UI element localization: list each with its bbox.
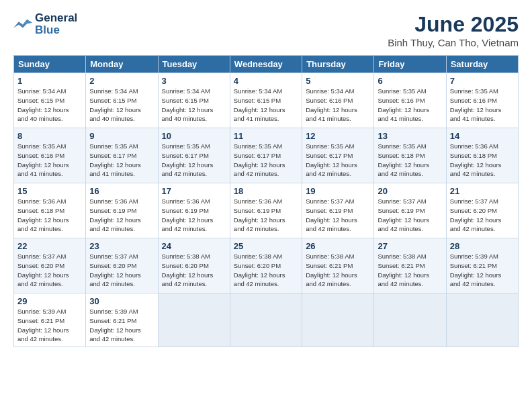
day-number: 10 <box>162 131 226 141</box>
calendar-title: June 2025 <box>388 12 519 37</box>
day-number: 28 <box>450 241 515 251</box>
calendar-cell: 3Sunrise: 5:34 AM Sunset: 6:15 PM Daylig… <box>158 73 230 128</box>
calendar-cell: 20Sunrise: 5:37 AM Sunset: 6:19 PM Dayli… <box>374 183 446 238</box>
calendar-cell <box>230 293 302 347</box>
calendar-cell <box>158 293 230 347</box>
calendar-subtitle: Binh Thuy, Can Tho, Vietnam <box>388 37 519 48</box>
calendar-cell: 4Sunrise: 5:34 AM Sunset: 6:15 PM Daylig… <box>230 73 302 128</box>
day-info: Sunrise: 5:34 AM Sunset: 6:15 PM Dayligh… <box>234 87 298 124</box>
day-number: 22 <box>17 241 82 251</box>
calendar-cell: 11Sunrise: 5:35 AM Sunset: 6:17 PM Dayli… <box>230 128 302 183</box>
day-info: Sunrise: 5:35 AM Sunset: 6:17 PM Dayligh… <box>306 142 370 179</box>
calendar-cell: 30Sunrise: 5:39 AM Sunset: 6:21 PM Dayli… <box>86 293 158 347</box>
calendar-cell: 7Sunrise: 5:35 AM Sunset: 6:16 PM Daylig… <box>446 73 518 128</box>
calendar-cell: 9Sunrise: 5:35 AM Sunset: 6:17 PM Daylig… <box>86 128 158 183</box>
day-number: 15 <box>17 186 82 196</box>
calendar-cell: 19Sunrise: 5:37 AM Sunset: 6:19 PM Dayli… <box>302 183 374 238</box>
day-info: Sunrise: 5:34 AM Sunset: 6:15 PM Dayligh… <box>89 87 154 124</box>
day-number: 20 <box>378 186 442 196</box>
calendar-cell: 5Sunrise: 5:34 AM Sunset: 6:16 PM Daylig… <box>302 73 374 128</box>
logo: General Blue <box>13 12 77 36</box>
calendar-cell: 27Sunrise: 5:38 AM Sunset: 6:21 PM Dayli… <box>374 238 446 293</box>
calendar-cell: 29Sunrise: 5:39 AM Sunset: 6:21 PM Dayli… <box>14 293 86 347</box>
calendar-cell: 18Sunrise: 5:36 AM Sunset: 6:19 PM Dayli… <box>230 183 302 238</box>
header-thursday: Thursday <box>302 56 374 73</box>
calendar-cell: 6Sunrise: 5:35 AM Sunset: 6:16 PM Daylig… <box>374 73 446 128</box>
day-number: 30 <box>89 296 154 306</box>
day-number: 13 <box>378 131 442 141</box>
day-number: 4 <box>234 76 298 86</box>
day-number: 24 <box>162 241 226 251</box>
logo-blue: Blue <box>35 24 77 36</box>
day-number: 6 <box>378 76 442 86</box>
day-number: 29 <box>17 296 82 306</box>
day-info: Sunrise: 5:39 AM Sunset: 6:21 PM Dayligh… <box>450 252 515 289</box>
day-info: Sunrise: 5:37 AM Sunset: 6:19 PM Dayligh… <box>306 197 370 234</box>
logo-icon <box>13 17 32 31</box>
day-number: 1 <box>17 76 82 86</box>
calendar-cell: 2Sunrise: 5:34 AM Sunset: 6:15 PM Daylig… <box>86 73 158 128</box>
calendar-cell <box>374 293 446 347</box>
day-number: 3 <box>162 76 226 86</box>
day-number: 26 <box>306 241 370 251</box>
day-info: Sunrise: 5:35 AM Sunset: 6:17 PM Dayligh… <box>234 142 298 179</box>
day-number: 19 <box>306 186 370 196</box>
day-info: Sunrise: 5:34 AM Sunset: 6:15 PM Dayligh… <box>17 87 82 124</box>
header-saturday: Saturday <box>446 56 518 73</box>
calendar-cell: 1Sunrise: 5:34 AM Sunset: 6:15 PM Daylig… <box>14 73 86 128</box>
weekday-header-row: Sunday Monday Tuesday Wednesday Thursday… <box>14 56 519 73</box>
calendar-cell: 17Sunrise: 5:36 AM Sunset: 6:19 PM Dayli… <box>158 183 230 238</box>
day-info: Sunrise: 5:36 AM Sunset: 6:18 PM Dayligh… <box>450 142 515 179</box>
svg-marker-1 <box>23 19 32 25</box>
day-info: Sunrise: 5:36 AM Sunset: 6:19 PM Dayligh… <box>89 197 154 234</box>
day-info: Sunrise: 5:38 AM Sunset: 6:21 PM Dayligh… <box>378 252 442 289</box>
day-info: Sunrise: 5:36 AM Sunset: 6:19 PM Dayligh… <box>234 197 298 234</box>
calendar-cell: 16Sunrise: 5:36 AM Sunset: 6:19 PM Dayli… <box>86 183 158 238</box>
calendar-cell: 25Sunrise: 5:38 AM Sunset: 6:20 PM Dayli… <box>230 238 302 293</box>
day-number: 8 <box>17 131 82 141</box>
calendar-cell: 26Sunrise: 5:38 AM Sunset: 6:21 PM Dayli… <box>302 238 374 293</box>
day-number: 17 <box>162 186 226 196</box>
header-tuesday: Tuesday <box>158 56 230 73</box>
day-info: Sunrise: 5:34 AM Sunset: 6:15 PM Dayligh… <box>162 87 226 124</box>
day-number: 18 <box>234 186 298 196</box>
calendar-cell: 8Sunrise: 5:35 AM Sunset: 6:16 PM Daylig… <box>14 128 86 183</box>
day-info: Sunrise: 5:36 AM Sunset: 6:19 PM Dayligh… <box>162 197 226 234</box>
day-info: Sunrise: 5:35 AM Sunset: 6:18 PM Dayligh… <box>378 142 442 179</box>
day-info: Sunrise: 5:39 AM Sunset: 6:21 PM Dayligh… <box>17 307 82 344</box>
calendar-cell: 24Sunrise: 5:38 AM Sunset: 6:20 PM Dayli… <box>158 238 230 293</box>
day-info: Sunrise: 5:35 AM Sunset: 6:16 PM Dayligh… <box>450 87 515 124</box>
calendar-cell <box>302 293 374 347</box>
calendar-cell: 13Sunrise: 5:35 AM Sunset: 6:18 PM Dayli… <box>374 128 446 183</box>
day-info: Sunrise: 5:37 AM Sunset: 6:19 PM Dayligh… <box>378 197 442 234</box>
day-number: 25 <box>234 241 298 251</box>
calendar-cell: 12Sunrise: 5:35 AM Sunset: 6:17 PM Dayli… <box>302 128 374 183</box>
day-info: Sunrise: 5:38 AM Sunset: 6:20 PM Dayligh… <box>162 252 226 289</box>
calendar-cell: 22Sunrise: 5:37 AM Sunset: 6:20 PM Dayli… <box>14 238 86 293</box>
day-info: Sunrise: 5:34 AM Sunset: 6:16 PM Dayligh… <box>306 87 370 124</box>
day-info: Sunrise: 5:37 AM Sunset: 6:20 PM Dayligh… <box>89 252 154 289</box>
day-info: Sunrise: 5:38 AM Sunset: 6:21 PM Dayligh… <box>306 252 370 289</box>
day-number: 23 <box>89 241 154 251</box>
day-number: 11 <box>234 131 298 141</box>
logo-general: General <box>35 12 77 24</box>
header-monday: Monday <box>86 56 158 73</box>
day-number: 12 <box>306 131 370 141</box>
day-number: 9 <box>89 131 154 141</box>
day-info: Sunrise: 5:36 AM Sunset: 6:18 PM Dayligh… <box>17 197 82 234</box>
day-number: 27 <box>378 241 442 251</box>
header-wednesday: Wednesday <box>230 56 302 73</box>
day-number: 5 <box>306 76 370 86</box>
day-info: Sunrise: 5:37 AM Sunset: 6:20 PM Dayligh… <box>450 197 515 234</box>
day-info: Sunrise: 5:35 AM Sunset: 6:17 PM Dayligh… <box>89 142 154 179</box>
day-info: Sunrise: 5:37 AM Sunset: 6:20 PM Dayligh… <box>17 252 82 289</box>
day-info: Sunrise: 5:35 AM Sunset: 6:16 PM Dayligh… <box>378 87 442 124</box>
header-sunday: Sunday <box>14 56 86 73</box>
day-number: 16 <box>89 186 154 196</box>
calendar-page: General Blue June 2025 Binh Thuy, Can Th… <box>0 0 532 411</box>
calendar-cell: 23Sunrise: 5:37 AM Sunset: 6:20 PM Dayli… <box>86 238 158 293</box>
calendar-cell <box>446 293 518 347</box>
header-friday: Friday <box>374 56 446 73</box>
day-info: Sunrise: 5:39 AM Sunset: 6:21 PM Dayligh… <box>89 307 154 344</box>
day-info: Sunrise: 5:35 AM Sunset: 6:17 PM Dayligh… <box>162 142 226 179</box>
